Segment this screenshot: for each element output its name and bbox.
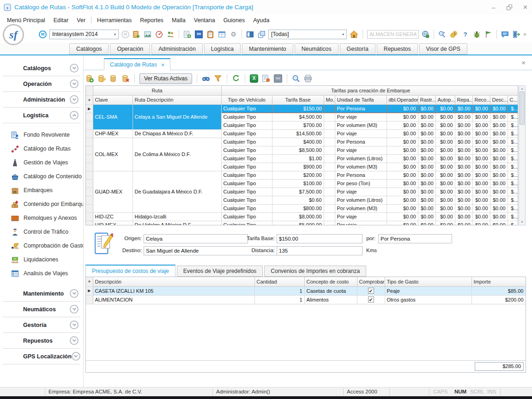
exit-icon[interactable] — [513, 30, 520, 38]
cell-money[interactable]: $0.00 — [455, 196, 472, 204]
cell-money[interactable]: $0.00 — [490, 154, 508, 163]
route-row[interactable]: HID-MEXDe Hidalgo A México D.F.Cualquier… — [86, 221, 518, 225]
cell-money[interactable]: $0.00 — [418, 121, 435, 129]
cell-unidad-tarifa[interactable]: Por volumen (Litros) — [335, 196, 387, 204]
cell-money[interactable]: $0.00 — [490, 129, 508, 138]
row-indicator[interactable] — [86, 196, 93, 204]
cell-money[interactable]: $0.00 — [387, 146, 418, 154]
menu-item[interactable]: Herramientas — [93, 16, 136, 25]
cell-money[interactable]: $0.00 — [490, 204, 508, 212]
cell-money[interactable]: $0.00 — [472, 212, 490, 221]
cell-money[interactable]: $0.00 — [418, 163, 435, 171]
cell-mo[interactable] — [324, 121, 335, 129]
cell-money[interactable]: $0.00 — [490, 104, 508, 113]
bug-icon[interactable] — [473, 30, 481, 38]
route-descripcion[interactable]: De Guadalajara A México D.F. — [133, 171, 221, 212]
vertical-scrollbar[interactable]: ▲ ▼ — [519, 85, 526, 225]
cell-money[interactable]: $0.00 — [435, 179, 455, 187]
route-row[interactable]: CHP-MEXDe Chiapas A México D.F.Cualquier… — [86, 129, 518, 138]
scrollbar-track[interactable] — [520, 91, 525, 220]
chevron-down-icon[interactable] — [70, 79, 79, 88]
cell-money[interactable]: $0.00 — [435, 104, 455, 113]
cell-money[interactable]: $0.00 — [418, 129, 435, 138]
sidebar-section-gestoria[interactable]: Gestoría — [0, 317, 83, 332]
row-indicator[interactable] — [86, 171, 93, 179]
row-indicator[interactable] — [86, 212, 93, 221]
cell-mo[interactable] — [324, 212, 335, 221]
sidebar-item-analisis-de-viajes[interactable]: Analisis de Viajes — [0, 266, 83, 280]
cell-money[interactable]: $0.00 — [455, 129, 472, 138]
cell-money[interactable]: $0.00 — [387, 221, 418, 225]
cell-money[interactable]: $0.00 — [490, 221, 508, 225]
refresh-icon[interactable] — [232, 74, 240, 83]
cell-money[interactable]: $0.00 — [490, 187, 508, 196]
cell-money[interactable]: $0.00 — [455, 146, 472, 154]
cell-money-truncated[interactable]: $... — [508, 138, 518, 146]
cell-money[interactable]: $0.00 — [435, 204, 455, 212]
menu-item[interactable]: Ventana — [190, 16, 219, 25]
sidebar-item-fondo-revolvente[interactable]: Fondo Revolvente — [0, 128, 83, 142]
cell-money[interactable]: $0.00 — [472, 154, 490, 163]
row-indicator[interactable] — [86, 113, 93, 121]
users-icon[interactable] — [167, 30, 175, 38]
cell-unidad-tarifa[interactable]: Por viaje — [335, 221, 387, 225]
cell-tipo-vehiculo[interactable]: Cualquier Tipo — [221, 187, 272, 196]
cell-money[interactable]: $0.00 — [418, 179, 435, 187]
cell-descripcion[interactable]: CASETA IZCALLI KM 105 — [93, 286, 254, 295]
cell-money[interactable]: $0.00 — [387, 196, 418, 204]
cell-tipo-vehiculo[interactable]: Cualquier Tipo — [221, 138, 272, 146]
tab-close-icon[interactable]: × — [161, 61, 165, 68]
search-tools-icon[interactable] — [438, 30, 446, 38]
row-indicator[interactable] — [86, 154, 93, 163]
cell-money[interactable]: $0.00 — [418, 187, 435, 196]
select-all-corner[interactable]: ∗ — [86, 277, 93, 286]
chevron-up-icon[interactable] — [70, 111, 79, 120]
cell-money[interactable]: $0.00 — [455, 121, 472, 129]
cell-tarifa-base[interactable]: $7,500.00 — [272, 187, 324, 196]
cell-money[interactable]: $0.00 — [472, 196, 490, 204]
column-header[interactable]: Tipo de Vehículo — [221, 95, 272, 104]
chevron-down-icon[interactable] — [70, 305, 79, 314]
cell-money[interactable]: $0.00 — [387, 163, 418, 171]
detail-tab-presupuesto-de-costos-de-viaje[interactable]: Presupuesto de costos de viaje — [85, 265, 175, 277]
sidebar-item-control-de-trafico[interactable]: Control de Tráfico — [0, 225, 83, 239]
cell-money[interactable]: $0.00 — [472, 138, 490, 146]
row-indicator[interactable] — [86, 179, 93, 187]
checkbox-checked-icon[interactable]: ✔ — [368, 288, 374, 294]
cell-money[interactable]: $0.00 — [435, 187, 455, 196]
scope-select[interactable]: [Todas] ▾ — [268, 30, 347, 39]
column-header[interactable]: Unidad de Tarifa — [335, 95, 387, 104]
menu-item[interactable]: Guiones — [219, 16, 249, 25]
cell-tipo-vehiculo[interactable]: Cualquier Tipo — [221, 154, 272, 163]
column-header[interactable]: dbl.Operador — [387, 95, 418, 104]
cell-money[interactable]: $0.00 — [455, 187, 472, 196]
menu-item[interactable]: Reportes — [136, 16, 168, 25]
splitter-handle[interactable]: ······ — [340, 227, 372, 230]
column-header[interactable]: Autop... — [435, 95, 455, 104]
cell-money[interactable]: $0.00 — [387, 129, 418, 138]
cell-tipo-vehiculo[interactable]: Cualquier Tipo — [221, 204, 272, 212]
cell-tipo-vehiculo[interactable]: Cualquier Tipo — [221, 129, 272, 138]
cost-row[interactable]: ▶CASETA IZCALLI KM 1051Casetas de cuota✔… — [86, 286, 526, 295]
cell-mo[interactable] — [324, 154, 335, 163]
cell-money[interactable]: $0.00 — [435, 154, 455, 163]
column-header[interactable]: C... — [508, 95, 518, 104]
content-close-icon[interactable]: × — [521, 60, 526, 66]
sidebar-section-administracion[interactable]: Administración — [0, 92, 83, 107]
print-icon[interactable] — [304, 74, 312, 83]
route-row[interactable]: ▶CEL-SMACelaya a San Miguel De AllendeCu… — [86, 104, 518, 113]
cell-money[interactable]: $0.00 — [435, 138, 455, 146]
flag-icon[interactable] — [484, 30, 492, 38]
archive-icon[interactable] — [132, 30, 140, 38]
cell-money[interactable]: $0.00 — [472, 129, 490, 138]
sidebar-section-gps-localizacion[interactable]: GPS Localización — [0, 349, 83, 364]
cell-mo[interactable] — [324, 196, 335, 204]
cell-money-truncated[interactable]: $... — [508, 163, 518, 171]
cell-money[interactable]: $0.00 — [455, 113, 472, 121]
cell-money[interactable]: $0.00 — [455, 171, 472, 179]
chevron-down-icon[interactable] — [72, 352, 80, 361]
globe-icon[interactable] — [422, 30, 429, 38]
cell-concepto[interactable]: Casetas de cuota — [304, 286, 357, 295]
route-descripcion[interactable]: Celaya a San Miguel De Allende — [133, 104, 221, 129]
cell-money[interactable]: $0.00 — [455, 154, 472, 163]
